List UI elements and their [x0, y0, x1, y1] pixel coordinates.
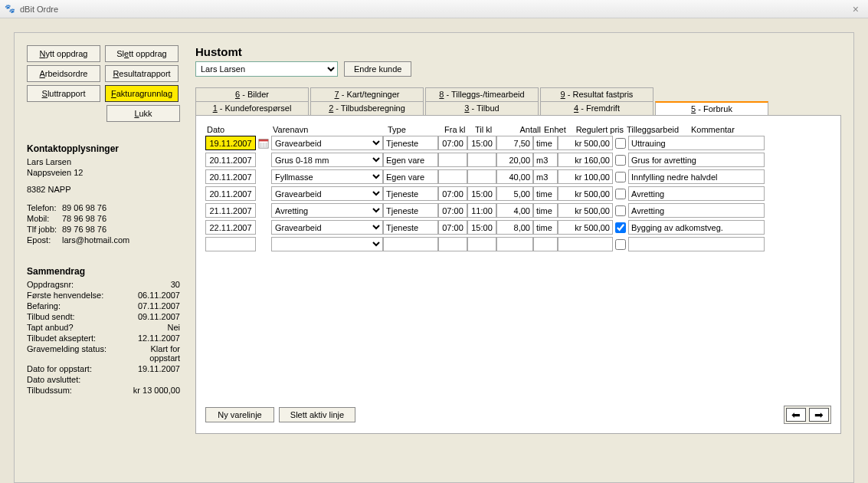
tab-tilbudsberegning[interactable]: 2 - Tilbudsberegning — [310, 101, 424, 116]
price-input[interactable] — [558, 153, 613, 167]
delete-line-button[interactable]: Slett aktiv linje — [279, 407, 355, 422]
new-line-button[interactable]: Ny varelinje — [205, 407, 274, 422]
extra-work-checkbox[interactable] — [615, 205, 626, 216]
item-select[interactable]: Avretting — [271, 203, 383, 218]
extra-work-checkbox[interactable] — [615, 239, 626, 250]
comment-input[interactable] — [628, 220, 765, 235]
item-select[interactable]: Grus 0-18 mm — [271, 153, 383, 167]
date-input[interactable] — [205, 237, 256, 251]
extra-work-checkbox[interactable] — [615, 222, 626, 233]
hdr-tillegg: Tilleggsarbeid — [625, 125, 689, 134]
price-input[interactable] — [558, 169, 613, 184]
date-input[interactable] — [205, 203, 256, 218]
type-input[interactable] — [383, 153, 438, 167]
from-time-input[interactable] — [438, 169, 467, 184]
unit-input[interactable] — [533, 237, 558, 251]
close-icon[interactable]: × — [848, 3, 863, 15]
price-input[interactable] — [558, 203, 613, 218]
tab-karttegninger[interactable]: 7 - Kart/tegninger — [310, 87, 424, 102]
qty-input[interactable] — [496, 186, 533, 201]
item-select[interactable]: Fyllmasse — [271, 169, 383, 184]
from-time-input[interactable] — [438, 203, 467, 218]
type-input[interactable] — [383, 237, 438, 251]
price-input[interactable] — [558, 220, 613, 235]
change-customer-button[interactable]: Endre kunde — [344, 61, 411, 77]
tab-fremdrift[interactable]: 4 - Fremdrift — [540, 101, 653, 116]
unit-input[interactable] — [533, 203, 558, 218]
unit-input[interactable] — [533, 169, 558, 184]
type-input[interactable] — [383, 220, 438, 235]
qty-input[interactable] — [496, 169, 533, 184]
type-input[interactable] — [383, 203, 438, 218]
contact-postal: 8382 NAPP — [27, 185, 180, 194]
finalreport-button[interactable]: Sluttrapport — [27, 85, 100, 102]
next-arrow-button[interactable]: ➡ — [809, 408, 829, 422]
extra-work-checkbox[interactable] — [615, 172, 626, 182]
from-time-input[interactable] — [438, 136, 467, 150]
qty-input[interactable] — [496, 203, 533, 218]
to-time-input[interactable] — [467, 136, 496, 150]
unit-input[interactable] — [533, 136, 558, 150]
from-time-input[interactable] — [438, 237, 467, 251]
date-input[interactable] — [205, 136, 256, 150]
date-input[interactable] — [205, 153, 256, 167]
comment-input[interactable] — [628, 186, 765, 201]
from-time-input[interactable] — [438, 153, 467, 167]
extra-work-checkbox[interactable] — [615, 189, 626, 199]
to-time-input[interactable] — [467, 237, 496, 251]
type-input[interactable] — [383, 169, 438, 184]
unit-input[interactable] — [533, 153, 558, 167]
to-time-input[interactable] — [467, 153, 496, 167]
extra-work-checkbox[interactable] — [615, 138, 626, 149]
new-order-button[interactable]: Nytt oppdrag — [27, 45, 100, 62]
date-input[interactable] — [205, 220, 256, 235]
table-row: Gravearbeid — [205, 136, 831, 150]
summary-key: Gravemelding status: — [27, 344, 120, 363]
tab-tilbud[interactable]: 3 - Tilbud — [425, 101, 539, 116]
price-input[interactable] — [558, 186, 613, 201]
tab-tilleggstimearbeid[interactable]: 8 - Tilleggs-/timearbeid — [425, 87, 539, 102]
to-time-input[interactable] — [467, 220, 496, 235]
from-time-input[interactable] — [438, 220, 467, 235]
tab-kundeforesprsel[interactable]: 1 - Kundeforespørsel — [195, 101, 309, 116]
comment-input[interactable] — [628, 136, 765, 150]
customer-select[interactable]: Lars Larsen — [195, 61, 338, 77]
comment-input[interactable] — [628, 153, 765, 167]
prev-arrow-button[interactable]: ⬅ — [786, 408, 806, 422]
tab-forbruk[interactable]: 5 - Forbruk — [655, 101, 768, 116]
to-time-input[interactable] — [467, 169, 496, 184]
summary-key: Befaring: — [27, 301, 125, 310]
item-select[interactable] — [271, 237, 383, 251]
item-select[interactable]: Gravearbeid — [271, 220, 383, 235]
calendar-icon[interactable] — [257, 137, 270, 150]
to-time-input[interactable] — [467, 203, 496, 218]
comment-input[interactable] — [628, 169, 765, 184]
extra-work-checkbox[interactable] — [615, 155, 626, 166]
from-time-input[interactable] — [438, 186, 467, 201]
delete-order-button[interactable]: Slett oppdrag — [105, 45, 179, 62]
summary-key: Tilbudssum: — [27, 386, 125, 395]
qty-input[interactable] — [496, 237, 533, 251]
invoice-button[interactable]: Fakturagrunnlag — [105, 85, 179, 102]
date-input[interactable] — [205, 186, 256, 201]
qty-input[interactable] — [496, 136, 533, 150]
comment-input[interactable] — [628, 203, 765, 218]
qty-input[interactable] — [496, 153, 533, 167]
type-input[interactable] — [383, 136, 438, 150]
to-time-input[interactable] — [467, 186, 496, 201]
close-button[interactable]: Lukk — [106, 105, 180, 122]
unit-input[interactable] — [533, 186, 558, 201]
resultreport-button[interactable]: Resultatrapport — [105, 65, 179, 82]
item-select[interactable]: Gravearbeid — [271, 136, 383, 150]
workorder-button[interactable]: Arbeidsordre — [27, 65, 100, 82]
unit-input[interactable] — [533, 220, 558, 235]
type-input[interactable] — [383, 186, 438, 201]
item-select[interactable]: Gravearbeid — [271, 186, 383, 201]
price-input[interactable] — [558, 136, 613, 150]
comment-input[interactable] — [628, 237, 765, 251]
tab-resultatfastpris[interactable]: 9 - Resultat fastpris — [540, 87, 653, 102]
qty-input[interactable] — [496, 220, 533, 235]
price-input[interactable] — [558, 237, 613, 251]
date-input[interactable] — [205, 169, 256, 184]
tab-bilder[interactable]: 6 - Bilder — [195, 87, 309, 102]
